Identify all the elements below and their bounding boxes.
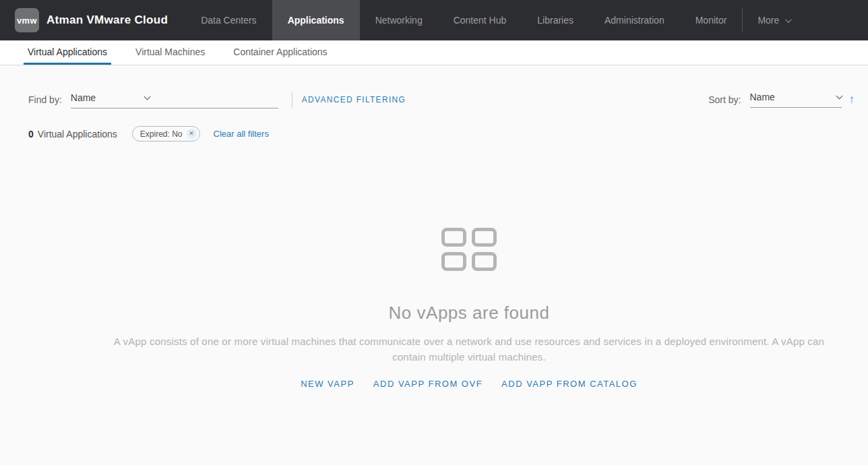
empty-state-title: No vApps are found (70, 303, 868, 323)
nav-item-monitor[interactable]: Monitor (680, 0, 743, 40)
sort-group: Sort by: Name ↑ (708, 92, 855, 108)
find-by-field: Name (71, 91, 278, 108)
vapp-grid-icon (441, 228, 497, 271)
sort-by-label: Sort by: (708, 94, 741, 105)
chevron-down-icon (144, 94, 150, 100)
find-by-select[interactable]: Name (71, 92, 150, 103)
filter-toolbar: Find by: Name ADVANCED FILTERING Sort by… (0, 65, 868, 108)
nav-item-data-centers[interactable]: Data Centers (185, 0, 272, 40)
sort-by-selected-value: Name (750, 92, 775, 102)
results-count-label: Virtual Applications (38, 129, 117, 140)
nav-item-content-hub[interactable]: Content Hub (438, 0, 522, 40)
main-content: Find by: Name ADVANCED FILTERING Sort by… (0, 65, 868, 389)
brand[interactable]: vmw Atman VMware Cloud (0, 0, 168, 40)
empty-state-description: A vApp consists of one or more virtual m… (98, 334, 840, 365)
chevron-down-icon (836, 93, 842, 100)
grid-block (441, 252, 466, 271)
vmw-logo-icon: vmw (15, 8, 39, 32)
app-title: Atman VMware Cloud (46, 13, 168, 27)
nav-item-libraries[interactable]: Libraries (522, 0, 589, 40)
find-by-selected-value: Name (71, 92, 96, 103)
filter-divider (292, 92, 292, 108)
primary-nav: Data Centers Applications Networking Con… (185, 0, 742, 40)
results-summary-row: 0 Virtual Applications Expired: No ✕ Cle… (0, 108, 868, 142)
nav-item-applications[interactable]: Applications (272, 0, 360, 40)
find-by-search-input[interactable] (156, 91, 278, 103)
chip-close-icon[interactable]: ✕ (187, 129, 197, 139)
find-by-label: Find by: (28, 94, 62, 105)
tab-virtual-applications[interactable]: Virtual Applications (24, 40, 111, 65)
empty-state: No vApps are found A vApp consists of on… (0, 228, 868, 389)
tab-container-applications[interactable]: Container Applications (229, 40, 331, 65)
sub-tabbar: Virtual Applications Virtual Machines Co… (0, 40, 868, 65)
results-count: 0 (28, 129, 34, 140)
grid-block (472, 228, 497, 247)
advanced-filtering-link[interactable]: ADVANCED FILTERING (302, 95, 406, 104)
add-vapp-from-ovf-button[interactable]: ADD VAPP FROM OVF (373, 379, 483, 389)
sort-by-select[interactable]: Name (750, 92, 842, 108)
tab-virtual-machines[interactable]: Virtual Machines (131, 40, 209, 65)
grid-block (441, 228, 466, 247)
nav-item-administration[interactable]: Administration (589, 0, 680, 40)
filter-chip-label: Expired: No (140, 129, 183, 139)
more-label: More (757, 15, 779, 26)
grid-block (472, 252, 497, 271)
chevron-down-icon (785, 16, 792, 23)
new-vapp-button[interactable]: NEW VAPP (301, 379, 354, 389)
clear-all-filters-link[interactable]: Clear all filters (214, 129, 269, 139)
sort-ascending-icon[interactable]: ↑ (849, 94, 855, 106)
nav-item-more[interactable]: More (743, 0, 805, 40)
top-navbar: vmw Atman VMware Cloud Data Centers Appl… (0, 0, 868, 40)
empty-state-actions: NEW VAPP ADD VAPP FROM OVF ADD VAPP FROM… (70, 379, 868, 389)
filter-chip-expired: Expired: No ✕ (132, 126, 200, 142)
nav-item-networking[interactable]: Networking (360, 0, 438, 40)
add-vapp-from-catalog-button[interactable]: ADD VAPP FROM CATALOG (501, 379, 638, 389)
